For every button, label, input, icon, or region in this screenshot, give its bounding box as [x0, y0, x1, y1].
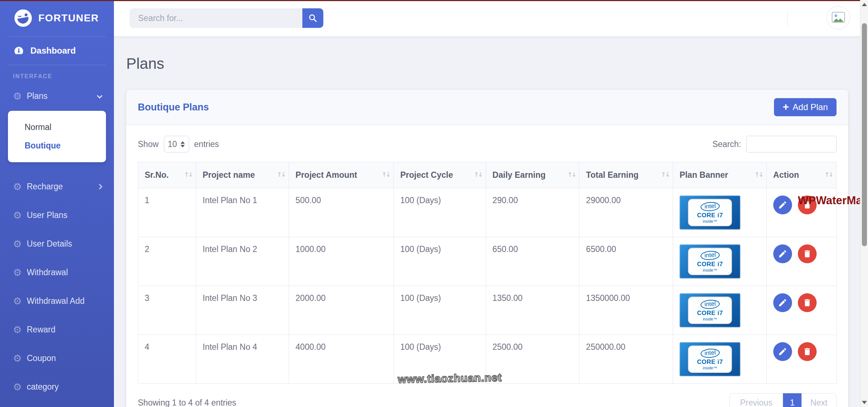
col-header-daily-earning[interactable]: Daily Earning↑↓ — [486, 162, 579, 188]
sidebar-item-label: User Details — [27, 239, 72, 249]
plan-banner-image: intel CORE i7 inside™ — [680, 244, 740, 278]
user-avatar[interactable] — [826, 6, 850, 30]
sidebar-item-user-details[interactable]: ⚙ User Details — [0, 230, 114, 258]
sidebar-item-category[interactable]: ⚙ category — [0, 373, 114, 401]
entries-label: entries — [194, 139, 219, 149]
page-title: Plans — [126, 55, 164, 72]
trash-icon — [803, 298, 812, 307]
table-row: 3 Intel Plan No 3 2000.00 100 (Days) 135… — [138, 286, 837, 335]
sidebar-item-withdrawal-add[interactable]: ⚙ Withdrawal Add — [0, 287, 114, 315]
scrollbar-up-arrow-icon[interactable] — [862, 3, 867, 6]
sidebar-item-user-plans[interactable]: ⚙ User Plans — [0, 201, 114, 230]
search-input[interactable] — [129, 8, 302, 28]
gear-icon: ⚙ — [13, 239, 27, 249]
plan-banner-image: intel CORE i7 inside™ — [680, 293, 740, 327]
page-length-value: 10 — [168, 139, 177, 149]
table-search-label: Search: — [712, 139, 741, 149]
cell-action — [766, 335, 836, 384]
pagination-previous[interactable]: Previous — [729, 393, 783, 407]
cell-srno: 2 — [138, 237, 196, 286]
sidebar-item-label: category — [27, 382, 59, 392]
col-header-total-earning[interactable]: Total Earning↑↓ — [579, 162, 673, 188]
col-header-project-name[interactable]: Project name↑↓ — [196, 162, 289, 188]
delete-button[interactable] — [798, 293, 817, 312]
sidebar-item-mach[interactable]: ⚙ Mach — [0, 401, 114, 407]
plans-card: Boutique Plans + Add Plan Show 10 — [126, 90, 848, 407]
pencil-icon — [778, 347, 787, 356]
submenu-item-boutique[interactable]: Boutique — [8, 137, 106, 155]
showing-entries-text: Showing 1 to 4 of 4 entries — [138, 398, 236, 407]
add-plan-button[interactable]: + Add Plan — [774, 98, 837, 116]
cell-project-amount: 1000.00 — [289, 237, 394, 286]
sidebar-item-recharge[interactable]: ⚙ Recharge — [0, 172, 114, 201]
scrollbar-down-arrow-icon[interactable] — [862, 401, 867, 404]
cell-project-name: Intel Plan No 1 — [196, 188, 289, 237]
delete-button[interactable] — [798, 342, 817, 361]
col-header-project-cycle[interactable]: Project Cycle↑↓ — [393, 162, 486, 188]
sidebar-item-dashboard[interactable]: Dashboard — [0, 37, 114, 65]
pencil-icon — [778, 200, 787, 210]
sidebar-item-withdrawal[interactable]: ⚙ Withdrawal — [0, 258, 114, 287]
pagination: Previous 1 Next — [729, 393, 837, 407]
sidebar-item-coupon[interactable]: ⚙ Coupon — [0, 344, 114, 373]
sidebar-item-reward[interactable]: ⚙ Reward — [0, 315, 114, 344]
cell-plan-banner: intel CORE i7 inside™ — [673, 335, 767, 384]
submenu-item-normal[interactable]: Normal — [8, 118, 106, 137]
table-controls: Show 10 entries Search: — [138, 136, 837, 152]
gear-icon: ⚙ — [13, 210, 27, 220]
trash-icon — [803, 347, 812, 356]
col-header-project-amount[interactable]: Project Amount↑↓ — [289, 162, 394, 188]
sort-icon: ↑↓ — [567, 171, 576, 178]
pencil-icon — [778, 298, 787, 307]
cell-total-earning: 29000.00 — [579, 188, 673, 237]
app-window: FORTUNER Dashboard INTERFACE ⚙ Plans Nor… — [0, 0, 868, 407]
sidebar-item-label: Recharge — [27, 182, 63, 192]
brand-logo-smiley-icon — [14, 9, 32, 27]
cell-project-name: Intel Plan No 3 — [196, 286, 289, 335]
gear-icon: ⚙ — [13, 91, 27, 101]
card-body: Show 10 entries Search: — [126, 125, 848, 407]
table-header-row: Sr.No.↑↓ Project name↑↓ Project Amount↑↓… — [138, 162, 837, 188]
vertical-scrollbar[interactable] — [860, 0, 868, 407]
edit-button[interactable] — [773, 196, 792, 214]
cell-plan-banner: intel CORE i7 inside™ — [673, 237, 767, 286]
page-length-control: Show 10 entries — [138, 136, 219, 152]
cell-project-cycle: 100 (Days) — [393, 237, 486, 286]
pagination-next[interactable]: Next — [801, 393, 837, 407]
edit-button[interactable] — [773, 293, 792, 312]
cell-srno: 1 — [138, 188, 196, 237]
gear-icon: ⚙ — [13, 268, 27, 277]
edit-button[interactable] — [773, 342, 792, 361]
delete-button[interactable] — [798, 244, 817, 263]
cell-daily-earning: 1350.00 — [486, 286, 579, 335]
edit-button[interactable] — [773, 244, 792, 263]
sidebar-item-label: Coupon — [27, 353, 56, 363]
cell-project-cycle: 100 (Days) — [393, 188, 486, 237]
broken-image-icon — [831, 12, 845, 24]
col-header-srno[interactable]: Sr.No.↑↓ — [138, 162, 196, 188]
scrollbar-thumb[interactable] — [862, 23, 867, 246]
brand[interactable]: FORTUNER — [0, 0, 114, 36]
gear-icon: ⚙ — [13, 325, 27, 335]
sort-icon: ↑↓ — [277, 171, 285, 178]
select-arrows-icon — [180, 141, 185, 147]
col-header-action[interactable]: Action↑↓ — [766, 162, 836, 188]
cell-srno: 4 — [138, 335, 196, 384]
topbar-divider — [787, 10, 788, 26]
pagination-page-1[interactable]: 1 — [783, 393, 802, 407]
table-footer: Showing 1 to 4 of 4 entries Previous 1 N… — [138, 393, 837, 407]
cell-total-earning: 1350000.00 — [579, 286, 673, 335]
plan-banner-image: intel CORE i7 inside™ — [680, 342, 740, 376]
page-length-select[interactable]: 10 — [164, 136, 189, 152]
col-header-plan-banner[interactable]: Plan Banner↑↓ — [673, 162, 767, 188]
card-header: Boutique Plans + Add Plan — [126, 90, 848, 125]
sidebar-item-plans[interactable]: ⚙ Plans — [0, 83, 114, 109]
cell-action — [766, 286, 836, 335]
plans-submenu: Normal Boutique — [8, 111, 106, 162]
sort-icon: ↑↓ — [382, 171, 390, 178]
cell-total-earning: 6500.00 — [579, 237, 673, 286]
table-search-input[interactable] — [746, 136, 837, 152]
sort-icon: ↑↓ — [825, 171, 833, 178]
plans-table: Sr.No.↑↓ Project name↑↓ Project Amount↑↓… — [138, 162, 837, 384]
search-button[interactable] — [302, 8, 323, 28]
